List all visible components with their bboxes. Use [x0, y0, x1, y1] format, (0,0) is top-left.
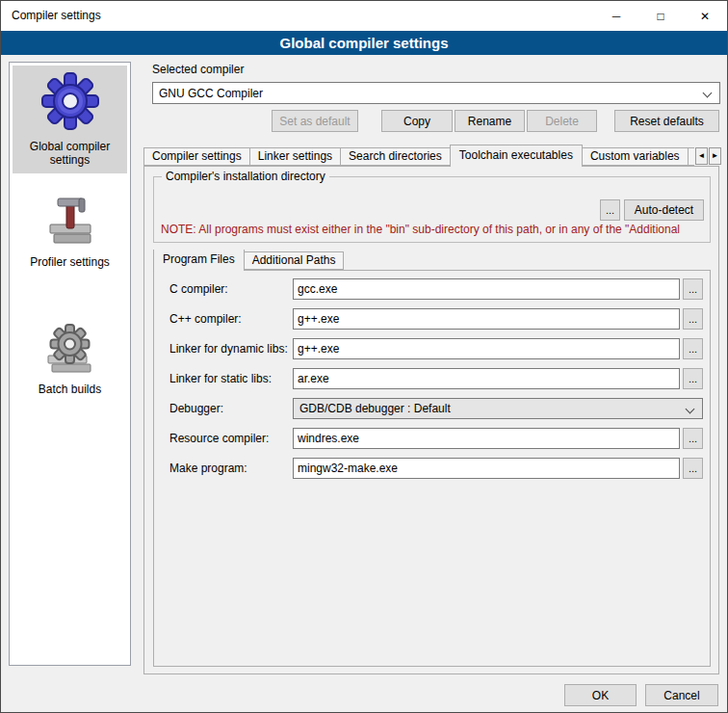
gray-gear-icon — [44, 323, 96, 375]
resource-compiler-browse-button[interactable]: ... — [683, 428, 703, 449]
sidebar-item-global-compiler-settings[interactable]: Global compiler settings — [13, 66, 127, 173]
debugger-select[interactable]: GDB/CDB debugger : Default — [293, 398, 703, 419]
sidebar-item-label: Batch builds — [39, 383, 101, 396]
copy-button[interactable]: Copy — [381, 110, 453, 132]
tab-custom-variables[interactable]: Custom variables — [582, 147, 689, 166]
window-controls: ─ □ ✕ — [594, 1, 727, 31]
compiler-settings-window: Compiler settings ─ □ ✕ Global compiler … — [0, 0, 728, 713]
tab-linker-settings[interactable]: Linker settings — [249, 147, 341, 166]
subtab-program-files[interactable]: Program Files — [153, 250, 245, 271]
compiler-select[interactable]: GNU GCC Compiler — [152, 82, 720, 104]
files-subtabstrip: Program Files Additional Paths — [153, 250, 442, 271]
tab-search-directories[interactable]: Search directories — [340, 147, 451, 166]
sidebar-item-batch-builds[interactable]: Batch builds — [13, 318, 127, 403]
tab-toolchain-executables[interactable]: Toolchain executables — [450, 145, 583, 167]
window-title: Compiler settings — [12, 1, 101, 31]
linker-static-input[interactable] — [293, 368, 680, 389]
debugger-label: Debugger: — [169, 402, 223, 415]
install-dir-note: NOTE: All programs must exist either in … — [161, 223, 710, 236]
sidebar-item-label: Profiler settings — [30, 255, 110, 269]
c-compiler-input[interactable] — [293, 278, 680, 300]
chevron-down-icon — [703, 89, 713, 98]
tab-compiler-settings[interactable]: Compiler settings — [143, 147, 250, 166]
linker-static-label: Linker for static libs: — [169, 372, 272, 385]
c-compiler-browse-button[interactable]: ... — [683, 278, 703, 300]
sidebar-item-label: Global compiler settings — [14, 140, 125, 167]
cpp-compiler-input[interactable] — [293, 308, 680, 330]
linker-dynamic-label: Linker for dynamic libs: — [169, 342, 288, 356]
compiler-select-value: GNU GCC Compiler — [159, 87, 263, 100]
blue-gear-icon — [39, 70, 101, 132]
ok-button[interactable]: OK — [564, 684, 637, 706]
linker-static-browse-button[interactable]: ... — [683, 368, 703, 389]
set-as-default-button[interactable]: Set as default — [272, 110, 358, 132]
dialog-header: Global compiler settings — [1, 31, 727, 55]
profiler-tool-icon — [44, 196, 96, 248]
linker-dynamic-browse-button[interactable]: ... — [683, 338, 703, 359]
install-dir-browse-button[interactable]: ... — [600, 199, 620, 221]
cancel-button[interactable]: Cancel — [645, 684, 718, 706]
resource-compiler-input[interactable] — [293, 428, 680, 449]
sidebar-item-profiler-settings[interactable]: Profiler settings — [13, 191, 127, 276]
rename-button[interactable]: Rename — [455, 110, 525, 132]
compiler-tabstrip: Compiler settings Linker settings Search… — [143, 145, 694, 167]
subtab-additional-paths[interactable]: Additional Paths — [244, 251, 345, 270]
c-compiler-label: C compiler: — [169, 282, 228, 296]
linker-dynamic-input[interactable] — [293, 338, 680, 359]
close-button[interactable]: ✕ — [683, 1, 727, 31]
titlebar: Compiler settings ─ □ ✕ — [1, 1, 727, 31]
minimize-button[interactable]: ─ — [594, 1, 638, 31]
chevron-down-icon — [686, 405, 695, 414]
selected-compiler-label: Selected compiler — [152, 63, 244, 76]
delete-button[interactable]: Delete — [527, 110, 597, 132]
cpp-compiler-label: C++ compiler: — [169, 312, 242, 326]
auto-detect-button[interactable]: Auto-detect — [624, 199, 704, 221]
maximize-button[interactable]: □ — [638, 1, 683, 31]
cpp-compiler-browse-button[interactable]: ... — [683, 308, 703, 330]
install-dir-group-label: Compiler's installation directory — [162, 170, 329, 183]
make-program-label: Make program: — [169, 462, 247, 475]
settings-category-sidebar: Global compiler settings Profiler settin… — [9, 62, 131, 666]
make-program-input[interactable] — [293, 458, 680, 479]
tab-scroll-left-button[interactable]: ◄ — [695, 147, 708, 165]
tab-scroll-right-button[interactable]: ► — [709, 147, 721, 165]
make-program-browse-button[interactable]: ... — [683, 458, 703, 479]
resource-compiler-label: Resource compiler: — [169, 432, 269, 445]
debugger-select-value: GDB/CDB debugger : Default — [299, 402, 451, 415]
reset-defaults-button[interactable]: Reset defaults — [614, 110, 719, 132]
tab-build-options[interactable]: Build options — [688, 147, 694, 166]
